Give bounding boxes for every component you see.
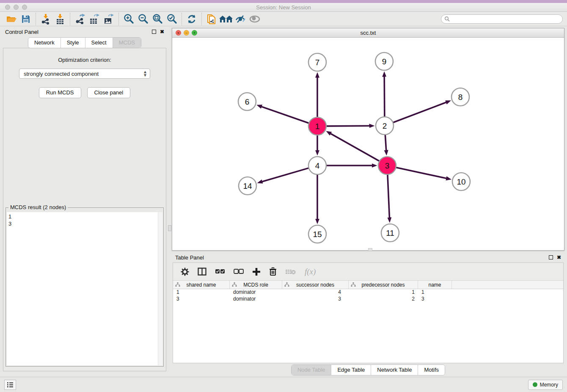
houses-icon [219,14,233,24]
select-all-button[interactable] [215,269,225,274]
memory-button[interactable]: Memory [528,380,563,390]
show-log-button[interactable] [4,380,16,390]
gear-icon [181,268,189,276]
show-details-button[interactable] [248,13,262,25]
flatten-icon [351,282,356,287]
column-label: successor nodes [296,282,334,288]
close-view-button[interactable]: × [176,30,181,36]
plus-icon [252,268,261,276]
close-panel-icon[interactable]: ✖ [160,30,164,34]
zoom-in-button[interactable] [121,13,136,25]
table-panel: Table Panel ✖ [172,252,564,377]
table-cell: 1 [418,289,452,296]
graph-node-label: 8 [458,93,463,102]
table-cell: dominator [230,296,282,303]
column-header-predecessor-nodes[interactable]: predecessor nodes [349,281,418,289]
show-columns-button[interactable] [198,268,206,276]
tab-mcds[interactable]: MCDS [113,38,141,48]
zoom-out-icon [138,14,149,25]
export-image-button[interactable] [102,13,116,25]
deselect-all-button[interactable] [234,269,244,274]
graph-edge-3-11[interactable] [388,174,389,218]
graph-edge-1-2[interactable] [326,126,369,126]
graph-edge-2-9[interactable] [384,77,385,117]
zoom-window-button[interactable] [22,5,27,10]
refresh-button[interactable] [184,13,199,25]
table-body[interactable]: 1dominator4113dominator323 [173,289,563,363]
graph-edge-3-1[interactable] [330,134,379,161]
column-header-mcds-role[interactable]: MCDS role [230,281,282,289]
graph-edge-3-10[interactable] [396,167,446,178]
criterion-dropdown[interactable]: strongly connected component ▲▼ [19,69,150,79]
float-panel-icon[interactable] [152,30,156,34]
tab-motifs[interactable]: Motifs [418,365,445,375]
table-row[interactable]: 3dominator323 [173,296,563,303]
graph-edge-1-6[interactable] [261,107,309,123]
tab-network-table[interactable]: Network Table [371,365,418,375]
checked-boxes-icon [215,269,225,274]
home-button[interactable] [219,13,233,25]
column-label: predecessor nodes [361,282,405,288]
maximize-view-button[interactable]: + [192,30,197,36]
trash-icon [269,267,277,276]
flatten-icon [175,282,180,287]
add-column-button[interactable] [252,268,261,276]
column-header-shared-name[interactable]: shared name [173,281,230,289]
hide-details-button[interactable] [233,13,248,25]
window-controls[interactable] [5,5,27,10]
minimize-window-button[interactable] [14,5,19,10]
delete-column-button[interactable] [269,267,277,276]
close-window-button[interactable] [5,5,10,10]
export-table-icon [89,14,100,25]
tab-style[interactable]: Style [61,38,85,48]
open-session-button[interactable] [4,13,19,25]
graph-edge-4-14[interactable] [262,168,309,182]
delete-table-icon [285,268,296,275]
network-graph[interactable]: 7968124314101511 [172,38,564,250]
run-mcds-button[interactable]: Run MCDS [39,87,81,98]
export-image-icon [103,14,114,25]
refresh-icon [186,14,197,24]
close-panel-button[interactable]: Close panel [87,87,131,98]
zoom-fit-icon [152,14,163,25]
network-canvas[interactable]: 7968124314101511 [172,38,564,250]
tab-node-table[interactable]: Node Table [292,365,332,375]
search-input[interactable] [441,14,563,24]
mcds-result-title: MCDS result (2 nodes) [8,204,68,210]
control-panel-title: Control Panel [5,29,39,35]
splitter-handle[interactable] [368,248,372,251]
splitter-handle[interactable] [168,225,171,231]
tab-select[interactable]: Select [85,38,113,48]
graph-node-label: 9 [382,57,387,66]
export-network-button[interactable] [73,13,87,25]
column-label: shared name [186,282,216,288]
graph-node-label: 11 [386,229,394,237]
tab-network[interactable]: Network [28,38,61,48]
clone-network-button[interactable] [204,13,219,25]
column-header-name[interactable]: name [418,281,452,289]
column-header-successor-nodes[interactable]: successor nodes [282,281,349,289]
flatten-icon [232,282,237,287]
table-settings-button[interactable] [181,268,189,276]
graph-edge-2-8[interactable] [393,102,446,123]
table-toolbar: f(x) [173,263,563,281]
table-row[interactable]: 1dominator411 [173,289,563,296]
float-panel-icon[interactable] [549,255,553,259]
save-session-button[interactable] [19,13,33,25]
zoom-selected-button[interactable] [165,13,179,25]
toolbar-separator [70,13,70,25]
network-window-titlebar[interactable]: × − + scc.txt [172,28,564,38]
export-table-button[interactable] [87,13,102,25]
tab-edge-table[interactable]: Edge Table [331,365,371,375]
close-panel-icon[interactable]: ✖ [557,255,561,259]
zoom-fit-button[interactable] [150,13,165,25]
column-label: name [428,282,441,288]
import-table-button[interactable] [53,13,67,25]
mcds-result-text[interactable]: 1 3 [7,212,162,365]
import-network-button[interactable] [39,13,53,25]
result-scrollbar[interactable] [158,212,162,365]
minimize-view-button[interactable]: − [184,30,189,36]
zoom-out-button[interactable] [136,13,150,25]
graph-edge-2-3[interactable] [385,135,386,150]
graph-node-label: 1 [315,122,320,131]
